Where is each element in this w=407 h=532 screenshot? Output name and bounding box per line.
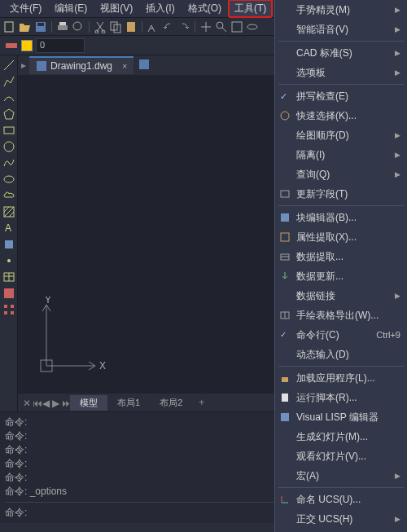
svg-line-22 (4, 207, 9, 212)
menu-item[interactable]: 加载应用程序(L)... (275, 368, 407, 388)
tab-layout2[interactable]: 布局2 (150, 395, 192, 411)
menu-item[interactable]: 绘图顺序(D)▶ (275, 125, 407, 145)
menu-format[interactable]: 格式(O) (182, 0, 228, 18)
svg-line-24 (9, 212, 14, 217)
submenu-arrow-icon: ▶ (395, 168, 400, 181)
prev-icon[interactable]: ◀ (41, 398, 50, 407)
menu-item[interactable]: 移动 UCS(V) (275, 529, 407, 532)
gradient-icon[interactable] (2, 287, 15, 300)
copy-icon[interactable] (109, 20, 122, 33)
plus-tab-icon[interactable] (138, 59, 150, 73)
svg-point-14 (247, 24, 257, 29)
zoom-icon[interactable] (215, 20, 228, 33)
menu-item[interactable]: 生成幻灯片(M)... (275, 427, 407, 446)
menu-item[interactable]: 查询(Q)▶ (275, 165, 407, 184)
menu-item[interactable]: 数据更新... (275, 266, 407, 286)
svg-rect-33 (11, 305, 14, 308)
zoomall-icon[interactable] (230, 20, 243, 33)
menu-edit[interactable]: 编辑(E) (48, 0, 94, 18)
menu-tools[interactable]: 工具(T) (228, 0, 273, 18)
grid-icon[interactable] (2, 303, 15, 316)
document-tab[interactable]: Drawing1.dwg × (29, 56, 133, 74)
menu-view[interactable]: 视图(V) (94, 0, 139, 18)
add-layout-icon[interactable]: + (192, 395, 211, 410)
svg-rect-4 (59, 22, 66, 25)
arc-icon[interactable] (2, 91, 15, 104)
svg-rect-31 (4, 288, 14, 298)
paste-icon[interactable] (125, 20, 138, 33)
menu-item[interactable]: 选项板▶ (275, 63, 407, 82)
menu-item[interactable]: 运行脚本(R)... (275, 388, 407, 407)
pline-icon[interactable] (2, 75, 15, 88)
menu-item[interactable]: 隔离(I)▶ (275, 145, 407, 165)
circle-icon[interactable] (2, 140, 15, 153)
menu-separator (278, 205, 404, 206)
menu-item-label: 观看幻灯片(V)... (296, 450, 400, 463)
menu-item[interactable]: 块编辑器(B)... (275, 208, 407, 227)
last-icon[interactable]: ⏭ (60, 398, 70, 407)
match-icon[interactable] (147, 20, 160, 33)
ucs-axes: Y X (34, 297, 107, 380)
line-icon[interactable] (2, 59, 15, 72)
tab-model[interactable]: 模型 (70, 395, 107, 411)
menu-item[interactable]: 命名 UCS(U)... (275, 490, 407, 509)
svg-rect-52 (282, 377, 288, 382)
undo-icon[interactable] (162, 20, 175, 33)
polygon-icon[interactable] (2, 108, 15, 121)
submenu-arrow-icon: ▶ (395, 289, 400, 302)
menu-item[interactable]: Visual LISP 编辑器 (275, 407, 407, 427)
cut-icon[interactable] (94, 20, 107, 33)
menu-item[interactable]: ✓拼写检查(E) (275, 86, 407, 106)
first-icon[interactable]: ⏮ (31, 398, 41, 407)
text-icon[interactable]: A (2, 222, 15, 235)
layer-dropdown[interactable]: 0 (36, 38, 85, 53)
svg-rect-13 (232, 22, 242, 32)
spline-icon[interactable] (2, 156, 15, 169)
menu-item[interactable]: 手绘表格导出(W)... (275, 306, 407, 325)
cloud-icon[interactable] (2, 189, 15, 202)
preview-icon[interactable] (72, 20, 85, 33)
menu-insert[interactable]: 插入(I) (139, 0, 181, 18)
menu-item[interactable]: 宏(A)▶ (275, 466, 407, 486)
menu-item[interactable]: 更新字段(T) (275, 184, 407, 204)
open-icon[interactable] (19, 20, 32, 33)
save-icon[interactable] (34, 20, 47, 33)
svg-rect-26 (5, 240, 13, 248)
submenu-arrow-icon: ▶ (395, 129, 400, 142)
color-swatch[interactable] (21, 40, 33, 51)
menu-item[interactable]: 属性提取(X)... (275, 227, 407, 247)
menu-separator (278, 41, 404, 42)
menu-item[interactable]: 动态输入(D) (275, 345, 407, 364)
next-icon[interactable]: ▶ (50, 398, 60, 407)
menu-item-label: 数据更新... (296, 270, 400, 283)
menu-item-label: 查询(Q) (296, 168, 395, 181)
close-x-icon[interactable]: ✕ (21, 398, 31, 407)
pan-icon[interactable] (199, 20, 212, 33)
insert-icon[interactable] (2, 238, 15, 251)
new-icon[interactable] (3, 20, 16, 33)
svg-rect-18 (4, 127, 14, 134)
menu-item[interactable]: 智能语音(V)▶ (275, 20, 407, 39)
menu-item[interactable]: ✓命令行(C)Ctrl+9 (275, 325, 407, 345)
menu-item[interactable]: 手势精灵(M)▶ (275, 0, 407, 20)
menu-file[interactable]: 文件(F) (3, 0, 48, 18)
menu-item[interactable]: 观看幻灯片(V)... (275, 446, 407, 466)
table-icon[interactable] (2, 270, 15, 284)
ellipse-icon[interactable] (2, 173, 15, 186)
print-icon[interactable] (56, 20, 69, 33)
menu-item[interactable]: 快速选择(K)... (275, 106, 407, 125)
menu-item[interactable]: CAD 标准(S)▶ (275, 43, 407, 63)
menu-item[interactable]: 数据提取... (275, 247, 407, 266)
close-tab-icon[interactable]: × (122, 61, 127, 71)
orbit-icon[interactable] (246, 20, 259, 33)
tab-layout1[interactable]: 布局1 (107, 395, 150, 411)
menu-item-label: 数据提取... (296, 250, 400, 263)
menu-item[interactable]: 正交 UCS(H)▶ (275, 509, 407, 529)
start-tab-icon[interactable]: ▸ (21, 59, 26, 71)
redo-icon[interactable] (177, 20, 190, 33)
point-icon[interactable] (2, 254, 15, 267)
hatch-icon[interactable] (2, 205, 15, 218)
rect-icon[interactable] (2, 124, 15, 137)
layer-props-icon[interactable] (5, 39, 18, 52)
menu-item[interactable]: 数据链接▶ (275, 286, 407, 306)
